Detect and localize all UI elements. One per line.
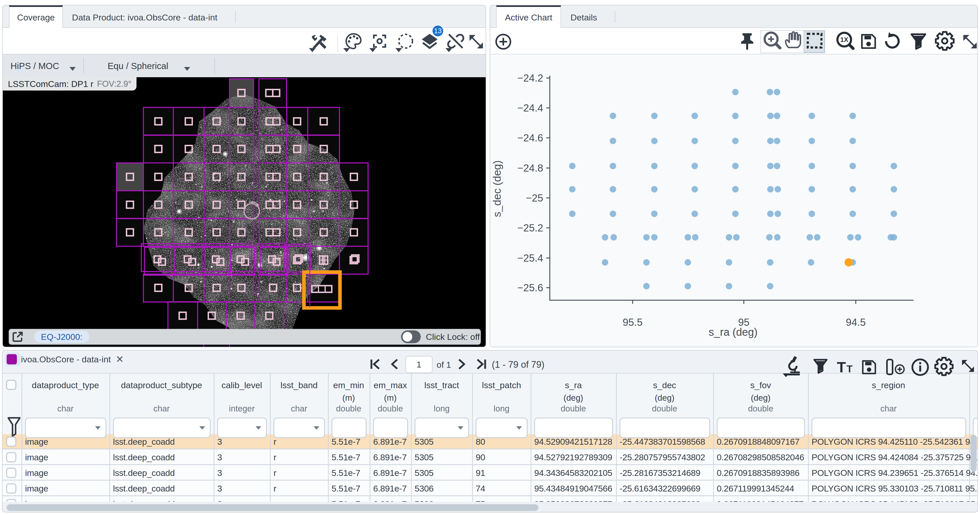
svg-text:−25: −25 xyxy=(526,192,543,204)
svg-text:95.5: 95.5 xyxy=(623,316,643,328)
svg-text:94.5: 94.5 xyxy=(846,316,866,328)
svg-text:1X: 1X xyxy=(840,36,848,43)
svg-text:T: T xyxy=(837,359,846,375)
svg-text:−25.2: −25.2 xyxy=(517,222,543,233)
svg-text:s_dec (deg): s_dec (deg) xyxy=(491,160,503,217)
svg-text:s_ra (deg): s_ra (deg) xyxy=(708,326,757,338)
svg-text:−25.6: −25.6 xyxy=(517,282,543,293)
svg-text:−24.2: −24.2 xyxy=(517,72,543,84)
svg-text:−25.4: −25.4 xyxy=(517,252,543,263)
svg-text:−24.4: −24.4 xyxy=(517,102,543,113)
svg-text:−24.6: −24.6 xyxy=(517,132,543,144)
svg-text:−24.8: −24.8 xyxy=(517,162,543,174)
svg-text:T: T xyxy=(846,364,853,374)
